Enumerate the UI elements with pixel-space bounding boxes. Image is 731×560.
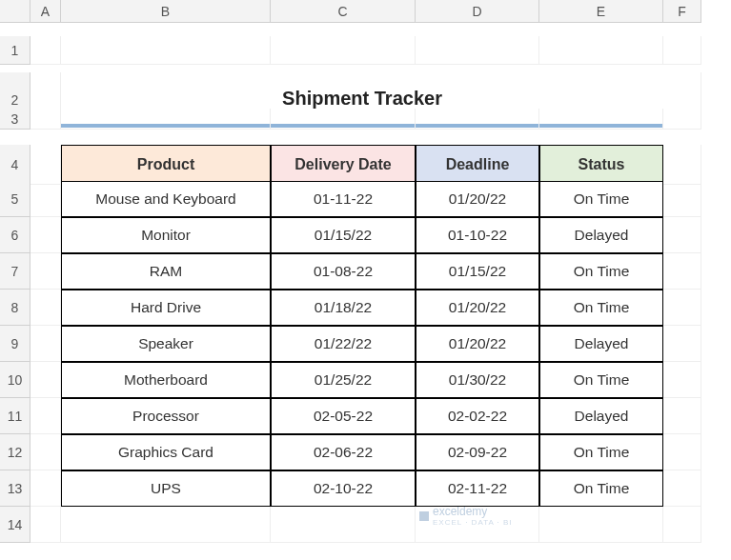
- cell-deadline[interactable]: 02-09-22: [416, 434, 539, 470]
- cell-delivery[interactable]: 01/15/22: [271, 217, 416, 253]
- cell-A12[interactable]: [30, 434, 61, 470]
- cell-F10[interactable]: [663, 362, 701, 398]
- cell-status[interactable]: On Time: [539, 434, 663, 470]
- cell-status[interactable]: Delayed: [539, 326, 663, 362]
- header-deadline[interactable]: Deadline: [416, 145, 539, 185]
- cell-status[interactable]: Delayed: [539, 217, 663, 253]
- cell-F8[interactable]: [663, 290, 701, 326]
- cell-A6[interactable]: [30, 217, 61, 253]
- col-header-C[interactable]: C: [271, 0, 416, 23]
- cell-delivery[interactable]: 02-06-22: [271, 434, 416, 470]
- col-header-D[interactable]: D: [416, 0, 539, 23]
- cell-F9[interactable]: [663, 326, 701, 362]
- header-status[interactable]: Status: [539, 145, 663, 185]
- row-header-9[interactable]: 9: [0, 326, 30, 362]
- cell-deadline[interactable]: 02-11-22: [416, 470, 539, 507]
- cell-B3[interactable]: [61, 109, 271, 130]
- cell-deadline[interactable]: 01/30/22: [416, 362, 539, 398]
- cell-E14[interactable]: [539, 507, 663, 543]
- col-header-E[interactable]: E: [539, 0, 663, 23]
- cell-F11[interactable]: [663, 398, 701, 434]
- cell-D1[interactable]: [416, 36, 539, 65]
- cell-F6[interactable]: [663, 217, 701, 253]
- cell-F5[interactable]: [663, 181, 701, 217]
- cell-deadline[interactable]: 01/20/22: [416, 290, 539, 326]
- cell-C1[interactable]: [271, 36, 416, 65]
- cell-F3[interactable]: [663, 109, 701, 130]
- cell-A3[interactable]: [30, 109, 61, 130]
- row-header-8[interactable]: 8: [0, 290, 30, 326]
- cell-deadline[interactable]: 01/20/22: [416, 326, 539, 362]
- cell-D3[interactable]: [416, 109, 539, 130]
- col-header-B[interactable]: B: [61, 0, 271, 23]
- col-header-F[interactable]: F: [663, 0, 701, 23]
- row-header-13[interactable]: 13: [0, 470, 30, 507]
- cell-status[interactable]: On Time: [539, 470, 663, 507]
- cell-delivery[interactable]: 01/22/22: [271, 326, 416, 362]
- cell-F1[interactable]: [663, 36, 701, 65]
- cell-product[interactable]: RAM: [61, 253, 271, 290]
- cell-status[interactable]: On Time: [539, 362, 663, 398]
- cell-D14[interactable]: [416, 507, 539, 543]
- cell-A14[interactable]: [30, 507, 61, 543]
- cell-A10[interactable]: [30, 362, 61, 398]
- cell-product[interactable]: Hard Drive: [61, 290, 271, 326]
- select-all-corner[interactable]: [0, 0, 30, 23]
- header-delivery[interactable]: Delivery Date: [271, 145, 416, 185]
- cell-product[interactable]: Motherboard: [61, 362, 271, 398]
- cell-C3[interactable]: [271, 109, 416, 130]
- cell-delivery[interactable]: 01-08-22: [271, 253, 416, 290]
- cell-delivery[interactable]: 01/25/22: [271, 362, 416, 398]
- row-header-11[interactable]: 11: [0, 398, 30, 434]
- cell-F13[interactable]: [663, 470, 701, 507]
- row-header-6[interactable]: 6: [0, 217, 30, 253]
- cell-F12[interactable]: [663, 434, 701, 470]
- cell-A5[interactable]: [30, 181, 61, 217]
- spreadsheet-grid: A B C D E F 1 2 Shipment Tracker 3 4 Pro…: [0, 0, 731, 560]
- cell-delivery[interactable]: 02-05-22: [271, 398, 416, 434]
- cell-delivery[interactable]: 01/18/22: [271, 290, 416, 326]
- cell-status[interactable]: On Time: [539, 253, 663, 290]
- cell-deadline[interactable]: 01/15/22: [416, 253, 539, 290]
- row-header-7[interactable]: 7: [0, 253, 30, 290]
- cell-delivery[interactable]: 01-11-22: [271, 181, 416, 217]
- cell-product[interactable]: Speaker: [61, 326, 271, 362]
- cell-A9[interactable]: [30, 326, 61, 362]
- cell-F14[interactable]: [663, 507, 701, 543]
- row-header-5[interactable]: 5: [0, 181, 30, 217]
- cell-A4[interactable]: [30, 145, 61, 185]
- cell-A11[interactable]: [30, 398, 61, 434]
- cell-deadline[interactable]: 01/20/22: [416, 181, 539, 217]
- cell-product[interactable]: UPS: [61, 470, 271, 507]
- cell-B14[interactable]: [61, 507, 271, 543]
- cell-A13[interactable]: [30, 470, 61, 507]
- cell-E3[interactable]: [539, 109, 663, 130]
- cell-A7[interactable]: [30, 253, 61, 290]
- cell-E1[interactable]: [539, 36, 663, 65]
- cell-A8[interactable]: [30, 290, 61, 326]
- cell-deadline[interactable]: 02-02-22: [416, 398, 539, 434]
- cell-product[interactable]: Mouse and Keyboard: [61, 181, 271, 217]
- row-header-1[interactable]: 1: [0, 36, 30, 65]
- col-header-A[interactable]: A: [30, 0, 61, 23]
- header-product[interactable]: Product: [61, 145, 271, 185]
- row-header-3[interactable]: 3: [0, 109, 30, 130]
- cell-C14[interactable]: [271, 507, 416, 543]
- row-header-14[interactable]: 14: [0, 507, 30, 543]
- cell-product[interactable]: Monitor: [61, 217, 271, 253]
- cell-status[interactable]: On Time: [539, 290, 663, 326]
- cell-status[interactable]: On Time: [539, 181, 663, 217]
- cell-A1[interactable]: [30, 36, 61, 65]
- cell-F4[interactable]: [663, 145, 701, 185]
- cell-deadline[interactable]: 01-10-22: [416, 217, 539, 253]
- row-header-4[interactable]: 4: [0, 145, 30, 185]
- row-header-10[interactable]: 10: [0, 362, 30, 398]
- cell-status[interactable]: Delayed: [539, 398, 663, 434]
- cell-B1[interactable]: [61, 36, 271, 65]
- cell-product[interactable]: Graphics Card: [61, 434, 271, 470]
- cell-F7[interactable]: [663, 253, 701, 290]
- row-header-12[interactable]: 12: [0, 434, 30, 470]
- cell-product[interactable]: Processor: [61, 398, 271, 434]
- cell-delivery[interactable]: 02-10-22: [271, 470, 416, 507]
